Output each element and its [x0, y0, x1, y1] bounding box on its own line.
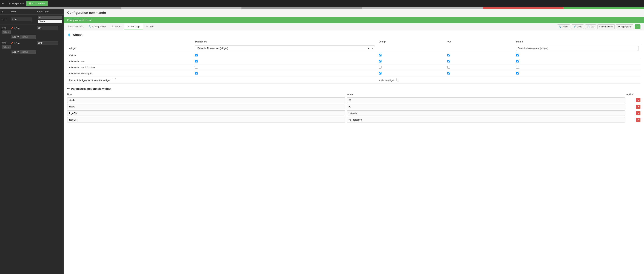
info2-icon: ℹ	[600, 26, 600, 28]
visible-vue-cell	[446, 52, 514, 58]
afficher-nom-icone-vue-checkbox[interactable]	[447, 66, 450, 68]
tab-commandes[interactable]: ☰ Commandes	[26, 1, 48, 6]
cmd-top-6511: 6511 Info Binaire	[2, 16, 62, 23]
afficher-nom-icone-design-checkbox[interactable]	[379, 66, 382, 68]
param-name-logoon[interactable]	[67, 110, 345, 116]
params-section-title: ✏ Paramètres optionnels widget	[67, 87, 640, 90]
log-button[interactable]: 📄 Log	[585, 24, 596, 29]
cmd-select-6513[interactable]: Aucune	[10, 50, 20, 54]
param-value-sizeh[interactable]	[347, 97, 625, 103]
params-header: Nom Valeur Action	[67, 92, 640, 96]
param-value-sizew[interactable]	[347, 104, 625, 110]
appliquer-button[interactable]: ⚙ Appliquer à	[616, 24, 634, 29]
forced-before-label: Retour à la ligne forcé avant le widget	[69, 79, 110, 82]
visible-vue-checkbox[interactable]	[447, 54, 450, 56]
visible-design-cell	[377, 52, 446, 58]
afficher-stats-design-checkbox[interactable]	[379, 72, 382, 74]
afficher-nom-vue-cell	[446, 58, 514, 64]
delete-icon-logooff: ✕	[637, 118, 640, 121]
appliquer-icon: ⚙	[618, 26, 620, 28]
liens-button[interactable]: 🔗 Liens	[572, 24, 584, 29]
param-value-logoon[interactable]	[347, 110, 625, 116]
cmd-name-input-6513[interactable]	[37, 41, 58, 45]
afficher-stats-vue-checkbox[interactable]	[447, 72, 450, 74]
param-name-logooff[interactable]	[67, 117, 345, 122]
afficher-nom-icone-dashboard-checkbox[interactable]	[195, 66, 198, 68]
delete-logoon-button[interactable]: ✕	[636, 111, 640, 116]
visible-dashboard-checkbox[interactable]	[195, 54, 198, 56]
delete-sizew-button[interactable]: ✕	[636, 104, 640, 109]
param-name-sizew[interactable]	[67, 104, 345, 110]
cmd-action-6512: action	[2, 30, 10, 34]
tab-affichage[interactable]: 🖥 Affichage	[124, 23, 143, 30]
afficher-nom-mobile-checkbox[interactable]	[516, 60, 519, 62]
cmd-select-6512[interactable]: Aucune	[10, 35, 20, 39]
subtype-dropdown-6511[interactable]: Binaire	[38, 20, 62, 23]
list-icon: ☰	[29, 2, 31, 5]
widget-table: Dashboard Design Vue Mobile Widget Det	[67, 39, 640, 84]
tester-icon: 📡	[559, 26, 562, 28]
progress-seg-3	[242, 7, 362, 9]
afficher-nom-vue-checkbox[interactable]	[447, 60, 450, 62]
tab-alertes[interactable]: ⚠ Alertes	[109, 23, 124, 30]
info-icon: ℹ	[68, 25, 69, 28]
droplet-icon: 💧	[67, 33, 71, 37]
main-layout: # Nom Sous-Type 6511 Info Binaire	[0, 9, 644, 274]
col-header-soustype: Sous-Type	[37, 10, 62, 13]
afficher-stats-dashboard-cell	[193, 70, 377, 76]
tab-code[interactable]: ✏ Code	[143, 23, 157, 30]
mobile-widget-value: DetectionMouvement (widget)	[516, 46, 639, 51]
param-name-sizeh[interactable]	[67, 97, 345, 103]
afficher-nom-design-checkbox[interactable]	[379, 60, 382, 62]
afficher-nom-icone-mobile-cell	[514, 64, 640, 70]
col-vue: Vue	[446, 39, 514, 44]
pin-icon-6512: 📌	[10, 27, 13, 30]
tab-configuration[interactable]: 🔧 Configuration	[86, 23, 109, 30]
visible-dashboard-cell	[193, 52, 377, 58]
col-design: Design	[377, 39, 446, 44]
tester-button[interactable]: 📡 Tester	[557, 24, 570, 29]
cmd-bottom-6513: Aucune Défaut	[2, 50, 62, 54]
afficher-stats-dashboard-checkbox[interactable]	[195, 72, 198, 74]
col-dashboard: Dashboard	[193, 39, 377, 44]
progress-seg-1	[0, 7, 121, 9]
success-banner: Enregistrement réussi	[64, 17, 644, 23]
cmd-top-6512: 6512 📌 Icône action	[2, 26, 62, 34]
afficher-nom-icone-label: Afficher le nom ET l'icône	[67, 64, 193, 70]
sidebar: # Nom Sous-Type 6511 Info Binaire	[0, 9, 64, 274]
forced-before-checkbox[interactable]	[113, 78, 116, 81]
params-col-action: Action	[626, 93, 640, 96]
delete-logooff-button[interactable]: ✕	[636, 118, 640, 122]
back-button[interactable]: ←	[2, 2, 4, 5]
command-row-6513: 6513 📌 Icône action Aucune Défaut	[0, 40, 64, 55]
forced-after-cell: après le widget	[377, 76, 640, 84]
visible-mobile-checkbox[interactable]	[516, 54, 519, 56]
params-col-valeur: Valeur	[347, 93, 626, 96]
param-value-logooff[interactable]	[347, 117, 625, 122]
afficher-nom-dashboard-checkbox[interactable]	[195, 60, 198, 62]
forced-after-checkbox[interactable]	[396, 78, 399, 81]
cmd-icon-label-6512: 📌 Icône	[10, 27, 37, 30]
tab-informations[interactable]: ℹ Informations	[66, 23, 86, 30]
visible-design-checkbox[interactable]	[379, 54, 382, 56]
col-header-id: #	[2, 10, 10, 13]
cmd-name-input-6512[interactable]	[37, 26, 58, 30]
forced-row: Retour à la ligne forcé avant le widget …	[67, 76, 640, 84]
afficher-nom-mobile-cell	[514, 58, 640, 64]
config-title: Configuration commande	[67, 11, 106, 14]
afficher-nom-icone-mobile-checkbox[interactable]	[516, 66, 519, 68]
param-row-sizew: ✕	[67, 104, 640, 110]
tab-equipement[interactable]: ⚙ Equipement	[6, 1, 26, 6]
cmd-name-input-6511[interactable]	[10, 18, 32, 22]
select-arrow-icon: ▼	[370, 46, 375, 50]
widget-section-title: 💧 Widget	[67, 33, 640, 37]
save-button[interactable]: ✓	[635, 24, 640, 29]
afficher-stats-mobile-checkbox[interactable]	[516, 72, 519, 74]
type-dropdown-6511[interactable]: Info	[38, 16, 62, 19]
dashboard-widget-select[interactable]: DetectionMouvement (widget)	[195, 46, 370, 51]
gear-icon: ⚙	[8, 2, 11, 5]
informations-button[interactable]: ℹ Informations	[598, 24, 614, 29]
delete-sizeh-button[interactable]: ✕	[636, 98, 640, 102]
dashboard-widget-select-wrap[interactable]: DetectionMouvement (widget) ▼	[195, 46, 375, 51]
param-row-sizeh: ✕	[67, 97, 640, 103]
